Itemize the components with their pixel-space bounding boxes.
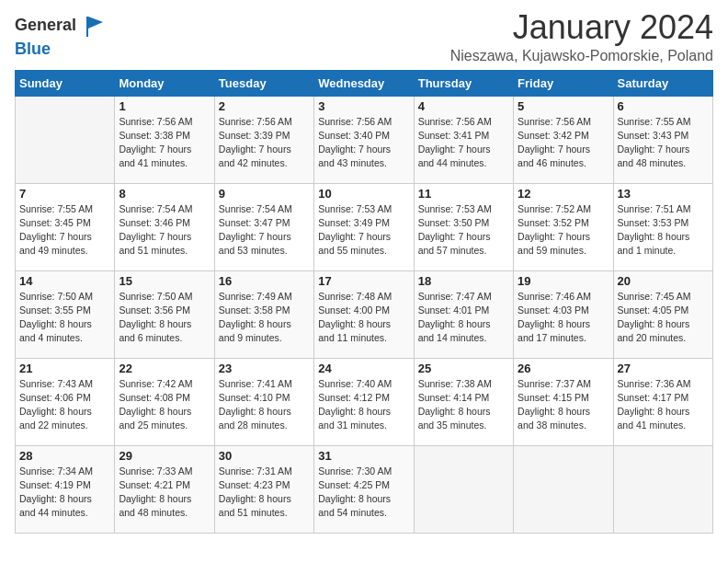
title-block: January 2024 Nieszawa, Kujawsko-Pomorski… xyxy=(450,9,713,64)
logo-general: General xyxy=(15,13,110,40)
day-info: Sunrise: 7:55 AMSunset: 3:45 PMDaylight:… xyxy=(19,202,110,259)
day-number: 30 xyxy=(219,449,310,463)
calendar-week-5: 28Sunrise: 7:34 AMSunset: 4:19 PMDayligh… xyxy=(16,445,713,533)
calendar-cell: 14Sunrise: 7:50 AMSunset: 3:55 PMDayligh… xyxy=(16,270,115,358)
calendar-week-2: 7Sunrise: 7:55 AMSunset: 3:45 PMDaylight… xyxy=(16,183,713,270)
day-number: 9 xyxy=(219,187,310,201)
day-info: Sunrise: 7:40 AMSunset: 4:12 PMDaylight:… xyxy=(318,377,409,433)
day-number: 24 xyxy=(318,362,409,375)
calendar-cell: 5Sunrise: 7:56 AMSunset: 3:42 PMDaylight… xyxy=(514,96,613,183)
weekday-header-monday: Monday xyxy=(115,70,214,96)
calendar-cell: 9Sunrise: 7:54 AMSunset: 3:47 PMDaylight… xyxy=(214,183,313,270)
day-info: Sunrise: 7:54 AMSunset: 3:46 PMDaylight:… xyxy=(119,202,210,259)
day-info: Sunrise: 7:50 AMSunset: 3:56 PMDaylight:… xyxy=(119,290,210,346)
day-number: 3 xyxy=(318,99,409,113)
calendar-cell: 28Sunrise: 7:34 AMSunset: 4:19 PMDayligh… xyxy=(16,445,115,533)
day-info: Sunrise: 7:53 AMSunset: 3:50 PMDaylight:… xyxy=(418,202,509,259)
day-info: Sunrise: 7:41 AMSunset: 4:10 PMDaylight:… xyxy=(219,377,310,433)
calendar-cell: 18Sunrise: 7:47 AMSunset: 4:01 PMDayligh… xyxy=(414,270,513,358)
weekday-header-thursday: Thursday xyxy=(414,70,513,96)
calendar-cell: 21Sunrise: 7:43 AMSunset: 4:06 PMDayligh… xyxy=(16,358,115,445)
day-info: Sunrise: 7:36 AMSunset: 4:17 PMDaylight:… xyxy=(618,377,709,433)
calendar-cell: 11Sunrise: 7:53 AMSunset: 3:50 PMDayligh… xyxy=(414,183,513,270)
calendar-cell: 27Sunrise: 7:36 AMSunset: 4:17 PMDayligh… xyxy=(613,358,712,445)
day-number: 29 xyxy=(119,449,210,463)
calendar-cell: 24Sunrise: 7:40 AMSunset: 4:12 PMDayligh… xyxy=(314,358,414,445)
day-info: Sunrise: 7:50 AMSunset: 3:55 PMDaylight:… xyxy=(19,290,110,346)
svg-marker-0 xyxy=(86,17,103,37)
calendar-cell: 30Sunrise: 7:31 AMSunset: 4:23 PMDayligh… xyxy=(214,445,313,533)
day-number: 14 xyxy=(19,274,110,288)
day-number: 13 xyxy=(618,187,709,201)
day-info: Sunrise: 7:54 AMSunset: 3:47 PMDaylight:… xyxy=(219,202,310,259)
calendar-cell: 22Sunrise: 7:42 AMSunset: 4:08 PMDayligh… xyxy=(115,358,214,445)
calendar-week-1: 1Sunrise: 7:56 AMSunset: 3:38 PMDaylight… xyxy=(16,96,713,183)
day-number: 27 xyxy=(618,362,709,375)
day-number: 18 xyxy=(418,274,509,288)
day-number: 7 xyxy=(19,187,110,201)
day-info: Sunrise: 7:47 AMSunset: 4:01 PMDaylight:… xyxy=(418,290,509,346)
calendar-cell xyxy=(514,445,613,533)
day-info: Sunrise: 7:31 AMSunset: 4:23 PMDaylight:… xyxy=(219,465,310,521)
day-info: Sunrise: 7:30 AMSunset: 4:25 PMDaylight:… xyxy=(318,465,409,521)
logo: General Blue xyxy=(15,13,110,59)
day-number: 16 xyxy=(219,274,310,288)
calendar-cell: 8Sunrise: 7:54 AMSunset: 3:46 PMDaylight… xyxy=(115,183,214,270)
day-number: 31 xyxy=(318,449,409,463)
day-info: Sunrise: 7:45 AMSunset: 4:05 PMDaylight:… xyxy=(618,290,709,346)
month-title: January 2024 xyxy=(450,9,713,46)
day-number: 1 xyxy=(119,99,210,113)
day-number: 15 xyxy=(119,274,210,288)
day-number: 23 xyxy=(219,362,310,375)
day-info: Sunrise: 7:52 AMSunset: 3:52 PMDaylight:… xyxy=(518,202,609,259)
calendar-cell: 13Sunrise: 7:51 AMSunset: 3:53 PMDayligh… xyxy=(613,183,712,270)
day-info: Sunrise: 7:34 AMSunset: 4:19 PMDaylight:… xyxy=(19,465,110,521)
calendar-week-4: 21Sunrise: 7:43 AMSunset: 4:06 PMDayligh… xyxy=(16,358,713,445)
day-info: Sunrise: 7:56 AMSunset: 3:41 PMDaylight:… xyxy=(418,115,509,171)
day-info: Sunrise: 7:48 AMSunset: 4:00 PMDaylight:… xyxy=(318,290,409,346)
calendar-cell: 10Sunrise: 7:53 AMSunset: 3:49 PMDayligh… xyxy=(314,183,414,270)
day-number: 22 xyxy=(119,362,210,375)
calendar-cell: 20Sunrise: 7:45 AMSunset: 4:05 PMDayligh… xyxy=(613,270,712,358)
day-info: Sunrise: 7:53 AMSunset: 3:49 PMDaylight:… xyxy=(318,202,409,259)
location-title: Nieszawa, Kujawsko-Pomorskie, Poland xyxy=(450,48,713,64)
weekday-header-sunday: Sunday xyxy=(16,70,115,96)
day-info: Sunrise: 7:43 AMSunset: 4:06 PMDaylight:… xyxy=(19,377,110,433)
weekday-header-wednesday: Wednesday xyxy=(314,70,414,96)
logo-flag-icon xyxy=(83,13,110,40)
day-info: Sunrise: 7:38 AMSunset: 4:14 PMDaylight:… xyxy=(418,377,509,433)
calendar-cell xyxy=(16,96,115,183)
day-number: 28 xyxy=(19,449,110,463)
calendar-cell xyxy=(613,445,712,533)
day-number: 11 xyxy=(418,187,509,201)
logo-blue-line: Blue xyxy=(15,40,110,59)
calendar-cell: 12Sunrise: 7:52 AMSunset: 3:52 PMDayligh… xyxy=(514,183,613,270)
day-number: 19 xyxy=(518,274,609,288)
day-number: 10 xyxy=(318,187,409,201)
calendar-cell: 1Sunrise: 7:56 AMSunset: 3:38 PMDaylight… xyxy=(115,96,214,183)
calendar-cell: 6Sunrise: 7:55 AMSunset: 3:43 PMDaylight… xyxy=(613,96,712,183)
day-number: 21 xyxy=(19,362,110,375)
calendar-cell: 29Sunrise: 7:33 AMSunset: 4:21 PMDayligh… xyxy=(115,445,214,533)
calendar-cell: 19Sunrise: 7:46 AMSunset: 4:03 PMDayligh… xyxy=(514,270,613,358)
page-header: General Blue January 2024 Nieszawa, Kuja… xyxy=(15,9,713,64)
day-number: 20 xyxy=(618,274,709,288)
day-number: 2 xyxy=(219,99,310,113)
day-info: Sunrise: 7:51 AMSunset: 3:53 PMDaylight:… xyxy=(618,202,709,259)
weekday-header-tuesday: Tuesday xyxy=(214,70,313,96)
day-number: 26 xyxy=(518,362,609,375)
calendar-cell: 16Sunrise: 7:49 AMSunset: 3:58 PMDayligh… xyxy=(214,270,313,358)
calendar-cell: 26Sunrise: 7:37 AMSunset: 4:15 PMDayligh… xyxy=(514,358,613,445)
weekday-header-saturday: Saturday xyxy=(613,70,712,96)
day-info: Sunrise: 7:33 AMSunset: 4:21 PMDaylight:… xyxy=(119,465,210,521)
day-number: 17 xyxy=(318,274,409,288)
day-number: 6 xyxy=(618,99,709,113)
day-number: 8 xyxy=(119,187,210,201)
calendar-cell xyxy=(414,445,513,533)
weekday-header-row: SundayMondayTuesdayWednesdayThursdayFrid… xyxy=(16,70,713,96)
calendar-cell: 25Sunrise: 7:38 AMSunset: 4:14 PMDayligh… xyxy=(414,358,513,445)
calendar-cell: 2Sunrise: 7:56 AMSunset: 3:39 PMDaylight… xyxy=(214,96,313,183)
day-info: Sunrise: 7:49 AMSunset: 3:58 PMDaylight:… xyxy=(219,290,310,346)
day-number: 4 xyxy=(418,99,509,113)
calendar-table: SundayMondayTuesdayWednesdayThursdayFrid… xyxy=(15,70,713,534)
